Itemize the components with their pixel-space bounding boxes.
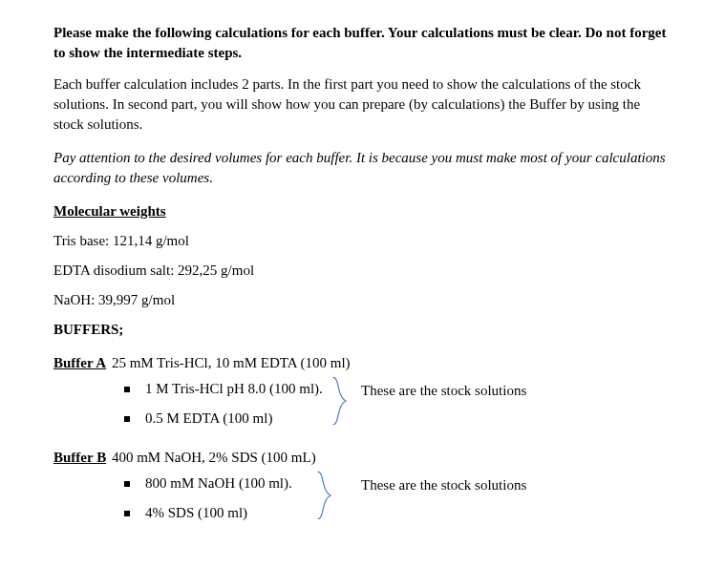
- buffer-b-spec: 400 mM NaOH, 2% SDS (100 mL): [108, 450, 316, 465]
- bullet-text: 800 mM NaOH (100 ml).: [145, 473, 292, 494]
- buffer-b-line: Buffer B 400 mM NaOH, 2% SDS (100 mL): [53, 448, 672, 468]
- buffers-title: BUFFERS;: [53, 320, 672, 340]
- buffer-a-bullets: 1 M Tris-HCl pH 8.0 (100 ml). 0.5 M EDTA…: [124, 379, 672, 429]
- bullet-icon: [124, 416, 130, 422]
- bullet-text: 0.5 M EDTA (100 ml): [145, 409, 272, 429]
- list-item: 0.5 M EDTA (100 ml): [124, 409, 672, 429]
- bullet-icon: [124, 387, 130, 392]
- mw-item-edta: EDTA disodium salt: 292,25 g/mol: [53, 261, 672, 281]
- bullet-icon: [124, 481, 130, 487]
- mw-item-tris: Tris base: 121,14 g/mol: [53, 231, 672, 251]
- buffer-a-spec: 25 mM Tris-HCl, 10 mM EDTA (100 ml): [108, 355, 350, 370]
- buffer-b-label: Buffer B: [53, 450, 106, 465]
- mw-item-naoh: NaOH: 39,997 g/mol: [53, 290, 672, 310]
- buffer-a-label: Buffer A: [53, 355, 106, 370]
- buffer-a-line: Buffer A 25 mM Tris-HCl, 10 mM EDTA (100…: [53, 353, 672, 373]
- paragraph-1: Each buffer calculation includes 2 parts…: [53, 74, 672, 135]
- bullet-text: 1 M Tris-HCl pH 8.0 (100 ml).: [145, 379, 323, 399]
- stock-solutions-note-b: These are the stock solutions: [361, 475, 526, 495]
- paragraph-2-italic: Pay attention to the desired volumes for…: [53, 148, 672, 188]
- list-item: 4% SDS (100 ml): [124, 503, 672, 523]
- bullet-icon: [124, 511, 130, 516]
- molecular-weights-title: Molecular weights: [53, 201, 672, 221]
- stock-solutions-note-a: These are the stock solutions: [361, 381, 526, 401]
- bullet-text: 4% SDS (100 ml): [145, 503, 247, 523]
- buffer-b-bullets: 800 mM NaOH (100 ml). 4% SDS (100 ml) Th…: [124, 473, 672, 523]
- instructions-heading: Please make the following calculations f…: [53, 23, 672, 63]
